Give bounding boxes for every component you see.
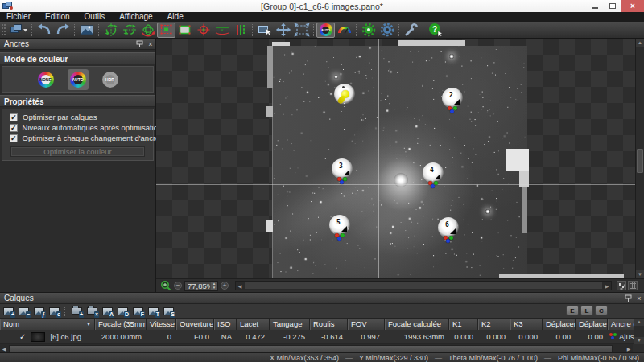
- color-gauge-button[interactable]: [335, 23, 353, 38]
- auto-levels-checkbox[interactable]: ✓: [10, 124, 18, 132]
- transform-icon: [294, 23, 310, 37]
- optimize-per-layer-checkbox[interactable]: ✓: [10, 113, 18, 121]
- maximize-button[interactable]: [604, 0, 621, 12]
- column-header[interactable]: Lacet: [237, 319, 270, 330]
- horizontal-scroll-thumb[interactable]: [245, 282, 602, 289]
- menu-aide[interactable]: Aide: [160, 12, 191, 22]
- table-vertical-scrollbar[interactable]: ▲ ▼: [634, 319, 644, 344]
- optimize-on-anchor-change-checkbox[interactable]: ✓: [10, 134, 18, 142]
- optimize-color-button[interactable]: Optimiser la couleur: [10, 146, 145, 157]
- image-copy-button[interactable]: c: [47, 305, 61, 317]
- minimize-button[interactable]: [586, 0, 604, 12]
- filter-d-button[interactable]: D: [115, 305, 130, 317]
- color-mode-hdr-button[interactable]: HDR: [100, 69, 121, 90]
- tile-view-button[interactable]: [617, 281, 626, 290]
- column-header[interactable]: Focale calculée: [385, 319, 449, 330]
- transform-button[interactable]: [292, 23, 311, 38]
- zoom-spinner[interactable]: ▲▼: [211, 282, 217, 290]
- zoom-out-button[interactable]: −: [174, 282, 182, 290]
- scroll-right-icon[interactable]: ▶: [625, 346, 633, 352]
- color-anchor-marker[interactable]: 2: [442, 88, 463, 109]
- color-mode-none-button[interactable]: NONE: [35, 69, 56, 90]
- color-mode-auto-button[interactable]: AUTO: [68, 69, 89, 90]
- scroll-left-icon[interactable]: ◀: [0, 346, 8, 352]
- filter-t-button[interactable]: T: [146, 305, 160, 317]
- image-function-button[interactable]: ƒ: [31, 305, 46, 317]
- column-header[interactable]: Déplacemen: [576, 319, 608, 330]
- pin-panel-icon[interactable]: [625, 294, 634, 302]
- column-header[interactable]: K1: [449, 319, 478, 330]
- help-button[interactable]: ?: [426, 23, 444, 38]
- column-header[interactable]: Tangage: [270, 319, 310, 330]
- filter-f-button[interactable]: F: [130, 305, 145, 317]
- scroll-up-icon[interactable]: ▲: [636, 39, 644, 47]
- scroll-down-icon[interactable]: ▼: [636, 270, 644, 278]
- color-anchor-marker[interactable]: 3: [332, 158, 353, 179]
- menu-fichier[interactable]: Fichier: [0, 12, 38, 22]
- select-area-button[interactable]: [255, 23, 274, 38]
- remove-image-button[interactable]: −: [16, 305, 31, 317]
- color-anchor-marker[interactable]: 5: [329, 215, 350, 236]
- column-preset-e-button[interactable]: E: [566, 306, 579, 315]
- zoom-in-button[interactable]: +: [221, 282, 229, 290]
- close-panel-icon[interactable]: ×: [634, 293, 644, 304]
- menu-edition[interactable]: Edition: [38, 12, 77, 22]
- menu-outils[interactable]: Outils: [77, 12, 113, 22]
- grid-select-button[interactable]: [157, 23, 175, 38]
- pano-viewport[interactable]: 23456: [156, 39, 635, 278]
- horizon-curve-button[interactable]: [213, 23, 231, 38]
- menu-affichage[interactable]: Affichage: [112, 12, 160, 22]
- horizontal-scroll-thumb[interactable]: [9, 345, 613, 352]
- column-header[interactable]: K2: [478, 319, 510, 330]
- column-header[interactable]: Vitesse: [147, 319, 176, 330]
- column-header[interactable]: Focale (35mm): [95, 319, 147, 330]
- vertical-lines-button[interactable]: [231, 23, 250, 38]
- filter-s-button[interactable]: S: [161, 305, 175, 317]
- rotate-yaw-button[interactable]: [101, 23, 120, 38]
- layer-row[interactable]: ✓ [6] c6.jpg 2000.00mm 0 F0.0 NA 0.472 -…: [0, 330, 644, 344]
- close-panel-icon[interactable]: ×: [146, 39, 155, 50]
- column-preset-l-button[interactable]: L: [580, 306, 593, 315]
- scroll-up-icon[interactable]: ▲: [634, 319, 644, 326]
- color-anchor-marker[interactable]: 4: [423, 162, 444, 183]
- edit-images-button[interactable]: [77, 23, 96, 38]
- scroll-left-icon[interactable]: ◀: [236, 283, 244, 289]
- tools-button[interactable]: [402, 23, 420, 38]
- pin-anchor-marker[interactable]: [334, 84, 355, 105]
- column-header[interactable]: K3: [510, 319, 543, 330]
- column-header[interactable]: Ouverture: [176, 319, 214, 330]
- canvas-vertical-scrollbar[interactable]: ▲ ▼: [635, 39, 644, 278]
- toolbar-grip[interactable]: [2, 24, 6, 35]
- rotate-pitch-button[interactable]: [120, 23, 138, 38]
- target-button[interactable]: [194, 23, 213, 38]
- grid-view-button[interactable]: [628, 281, 638, 290]
- column-preset-c-button[interactable]: C: [595, 306, 608, 315]
- remove-group-button[interactable]: ×: [85, 305, 99, 317]
- column-header-nom[interactable]: Nom▼: [0, 319, 95, 330]
- export-button[interactable]: [7, 23, 29, 38]
- column-header[interactable]: ISO: [214, 319, 237, 330]
- undo-button[interactable]: [35, 23, 53, 38]
- add-image-button[interactable]: +: [1, 305, 15, 317]
- filter-all-button[interactable]: A: [100, 305, 114, 317]
- scroll-down-icon[interactable]: ▼: [634, 337, 644, 344]
- rotate-3d-button[interactable]: [138, 23, 157, 38]
- vertical-scroll-thumb[interactable]: [637, 149, 643, 173]
- redo-button[interactable]: [53, 23, 72, 38]
- column-header[interactable]: Déplacemen: [543, 319, 576, 330]
- shape-square-button[interactable]: [175, 23, 194, 38]
- detection-settings-button[interactable]: [359, 23, 378, 38]
- scroll-right-icon[interactable]: ▶: [603, 283, 611, 289]
- settings-button[interactable]: [378, 23, 396, 38]
- column-header[interactable]: Roulis: [310, 319, 348, 330]
- canvas-bottom-bar: − ▲▼ + ◀ ▶: [156, 278, 644, 292]
- canvas-horizontal-scrollbar[interactable]: ◀ ▶: [235, 281, 612, 290]
- color-anchor-marker[interactable]: 6: [438, 217, 459, 238]
- add-group-button[interactable]: +: [69, 305, 84, 317]
- auto-color-button[interactable]: AUTO: [316, 23, 335, 38]
- move-button[interactable]: [274, 23, 292, 38]
- layer-enabled-check[interactable]: ✓: [19, 332, 26, 341]
- column-header[interactable]: FOV: [348, 319, 385, 330]
- pin-panel-icon[interactable]: [136, 40, 146, 47]
- close-button[interactable]: ×: [621, 0, 644, 12]
